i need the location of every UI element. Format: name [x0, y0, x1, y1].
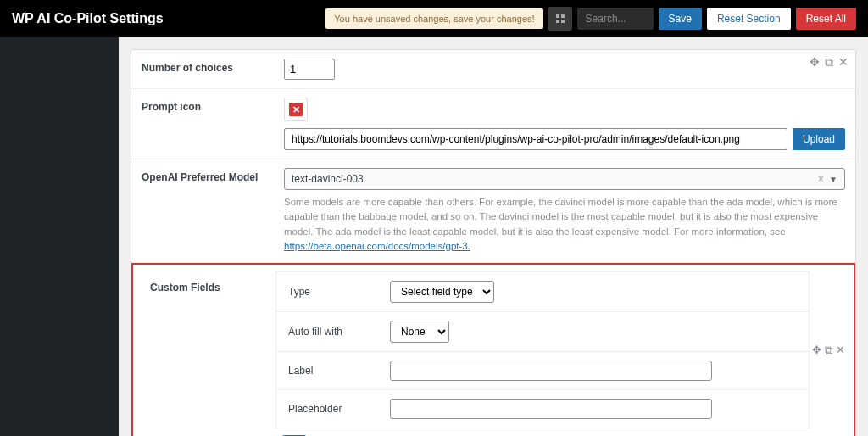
move-icon[interactable]: ✥	[812, 344, 821, 356]
search-input[interactable]	[577, 8, 654, 30]
admin-sidebar	[0, 37, 119, 436]
cf-type-row: Type Select field type	[276, 272, 809, 312]
field-value: text-davinci-003 × ▼ Some models are mor…	[274, 159, 855, 262]
cf-field-label: Type	[288, 286, 390, 298]
field-value	[274, 50, 855, 88]
num-choices-input[interactable]	[284, 59, 335, 80]
unsaved-notice: You have unsaved changes, save your chan…	[326, 8, 542, 29]
topbar-actions: You have unsaved changes, save your chan…	[326, 7, 856, 31]
cf-body: Type Select field type Auto fill with No…	[275, 271, 847, 428]
close-icon[interactable]: ✕	[837, 53, 850, 71]
clear-icon[interactable]: ×	[818, 173, 824, 185]
icon-url-input[interactable]	[284, 128, 787, 150]
expand-icon[interactable]	[548, 7, 572, 31]
row-model: OpenAI Preferred Model text-davinci-003 …	[131, 159, 855, 263]
url-row: Upload	[284, 128, 845, 150]
cf-fields: Type Select field type Auto fill with No…	[275, 271, 810, 428]
field-label: Custom Fields	[140, 271, 275, 428]
svg-rect-0	[556, 14, 559, 18]
field-label: Number of choices	[131, 50, 274, 88]
icon-preview: ✕	[284, 98, 308, 121]
model-help-link[interactable]: https://beta.openai.com/docs/models/gpt-…	[284, 241, 470, 251]
custom-fields-section: Custom Fields Type Select field type Aut…	[131, 263, 855, 436]
cf-placeholder-row: Placeholder	[276, 390, 809, 428]
cf-field-label: Placeholder	[288, 403, 390, 415]
cf-autofill-row: Auto fill with None	[276, 312, 809, 352]
custom-fields-row: Custom Fields Type Select field type Aut…	[140, 271, 847, 428]
panel-toolbar: ✥ ⧉ ✕	[808, 53, 850, 71]
close-icon[interactable]: ✕	[836, 344, 845, 356]
svg-rect-1	[561, 14, 565, 18]
save-button[interactable]: Save	[659, 8, 702, 30]
upload-button[interactable]: Upload	[793, 128, 845, 150]
field-label: OpenAI Preferred Model	[131, 159, 274, 262]
topbar: WP AI Co-Pilot Settings You have unsaved…	[0, 0, 868, 37]
cf-autofill-select[interactable]: None	[390, 321, 449, 343]
remove-icon[interactable]: ✕	[289, 103, 303, 116]
svg-rect-3	[561, 20, 565, 23]
row-num-choices: Number of choices	[131, 50, 855, 89]
cf-placeholder-input[interactable]	[390, 399, 712, 419]
settings-panel: ✥ ⧉ ✕ Number of choices Prompt icon ✕ Up…	[131, 49, 856, 436]
svg-rect-2	[556, 20, 559, 23]
cf-field-label: Auto fill with	[288, 326, 390, 338]
model-select[interactable]: text-davinci-003 × ▼	[284, 168, 845, 190]
chevron-down-icon: ▼	[829, 175, 837, 184]
row-prompt-icon: Prompt icon ✕ Upload	[131, 89, 855, 159]
cf-field-label: Label	[288, 365, 390, 377]
clone-icon[interactable]: ⧉	[825, 344, 832, 357]
cf-label-input[interactable]	[390, 361, 712, 381]
cf-label-row: Label	[276, 352, 809, 390]
move-icon[interactable]: ✥	[808, 53, 821, 71]
model-value: text-davinci-003	[292, 173, 364, 185]
cf-controls: ✥ ⧉ ✕	[810, 271, 847, 428]
cf-type-select[interactable]: Select field type	[390, 281, 494, 303]
field-value: ✕ Upload	[274, 89, 855, 159]
page-title: WP AI Co-Pilot Settings	[12, 11, 326, 26]
field-label: Prompt icon	[131, 89, 274, 159]
reset-section-button[interactable]: Reset Section	[707, 8, 791, 30]
main-content: ✥ ⧉ ✕ Number of choices Prompt icon ✕ Up…	[119, 37, 868, 436]
model-help: Some models are more capable than others…	[284, 195, 845, 254]
reset-all-button[interactable]: Reset All	[796, 8, 856, 30]
clone-icon[interactable]: ⧉	[823, 53, 835, 71]
